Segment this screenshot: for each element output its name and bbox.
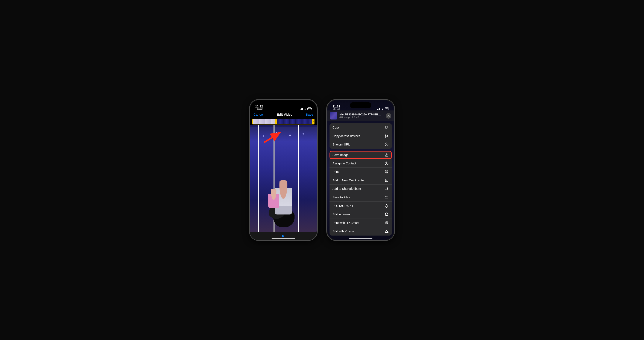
svg-rect-1	[386, 127, 388, 129]
annotation-arrow	[263, 131, 284, 144]
action-label: Edit in Lensa	[332, 213, 350, 216]
status-time: 11:32	[255, 105, 263, 108]
play-button-icon[interactable]: ▶	[282, 234, 285, 238]
action-label: Save to Files	[332, 196, 350, 199]
note-icon	[384, 178, 389, 183]
share-actions: CopyCopy across devicesShorten URL Save …	[327, 121, 394, 240]
copy-icon	[384, 125, 389, 130]
nav-title: Edit Video	[277, 113, 292, 116]
home-indicator[interactable]	[349, 238, 372, 239]
action-copy-across-devices[interactable]: Copy across devices	[330, 132, 392, 140]
file-meta: GIF Image · 1.3 MB	[340, 116, 384, 119]
action-label: Edit with Prisma	[332, 230, 354, 233]
battery-icon: 100	[308, 107, 312, 110]
wifi-icon	[381, 108, 384, 110]
action-group-2: Save ImageAssign to ContactPrintAdd to N…	[330, 151, 392, 236]
action-label: PLOTAGRAPH	[332, 204, 353, 208]
action-label: Add to Shared Album	[332, 187, 361, 191]
back-to-app[interactable]: Search	[332, 108, 340, 110]
wifi-icon	[304, 108, 306, 110]
nav-bar: Cancel Edit Video Save	[250, 110, 317, 118]
download-icon	[384, 153, 389, 157]
action-label: Add to New Quick Note	[332, 179, 364, 182]
action-label: Print with HP Smart	[332, 221, 359, 225]
trim-handle-right[interactable]: ›	[312, 119, 314, 124]
status-time: 11:32	[332, 105, 340, 108]
action-label: Copy	[332, 126, 340, 129]
contact-icon	[384, 161, 389, 165]
action-label: Save Image	[332, 153, 348, 157]
action-print[interactable]: Print	[330, 167, 392, 176]
action-shorten-url[interactable]: Shorten URL	[330, 140, 392, 149]
home-indicator[interactable]	[272, 238, 295, 239]
action-add-to-shared-album[interactable]: Add to Shared Album	[330, 185, 392, 193]
print-icon	[384, 169, 389, 174]
action-label: Shorten URL	[332, 143, 350, 146]
action-copy[interactable]: Copy	[330, 123, 392, 132]
phone-right: 11:32 Search 100 trim.5E319904-BC26-4F7F…	[326, 99, 395, 241]
cellular-signal-icon	[300, 108, 303, 110]
action-assign-to-contact[interactable]: Assign to Contact	[330, 159, 392, 167]
video-trim-timeline[interactable]: ‹ ›	[252, 119, 314, 124]
svg-line-0	[264, 133, 280, 142]
svg-point-5	[385, 143, 388, 146]
prisma-icon	[384, 229, 389, 233]
scissors-icon	[384, 134, 389, 138]
action-label: Print	[332, 170, 339, 174]
svg-rect-11	[385, 179, 388, 182]
action-add-to-new-quick-note[interactable]: Add to New Quick Note	[330, 176, 392, 185]
svg-rect-15	[386, 222, 388, 222]
action-label: Copy across devices	[332, 134, 360, 138]
dynamic-island	[273, 102, 294, 108]
plotagraph-icon	[384, 204, 389, 208]
cancel-button[interactable]: Cancel	[254, 113, 264, 116]
action-plotagraph[interactable]: PLOTAGRAPH	[330, 201, 392, 210]
folder-icon	[384, 195, 389, 200]
action-group-1: CopyCopy across devicesShorten URL	[330, 123, 392, 149]
battery-icon: 100	[385, 107, 389, 110]
svg-point-7	[386, 162, 387, 163]
compass-icon	[384, 142, 389, 146]
action-label: Assign to Contact	[332, 162, 356, 165]
back-to-app[interactable]: Search	[255, 108, 263, 110]
shared-album-icon	[384, 187, 389, 191]
file-name: trim.5E319904-BC26-4F7F-88B…	[340, 113, 384, 116]
action-save-image[interactable]: Save Image	[330, 151, 392, 159]
phone-left: 11:32 Search 100 Cancel Edit Video Save …	[249, 99, 318, 241]
close-button[interactable]	[386, 113, 391, 119]
share-sheet-header: trim.5E319904-BC26-4F7F-88B… GIF Image ·…	[327, 110, 394, 121]
action-print-with-hp-smart[interactable]: Print with HP Smart	[330, 219, 392, 227]
action-save-to-files[interactable]: Save to Files	[330, 193, 392, 202]
save-button[interactable]: Save	[306, 113, 313, 116]
lensa-icon	[384, 212, 389, 216]
action-edit-with-prisma[interactable]: Edit with Prisma	[330, 227, 392, 236]
trim-handle-left[interactable]: ‹	[275, 119, 277, 124]
hp-icon	[384, 221, 389, 225]
svg-rect-12	[385, 188, 388, 190]
close-icon	[388, 115, 390, 117]
svg-rect-2	[385, 126, 387, 128]
file-thumbnail	[330, 112, 337, 119]
action-edit-in-lensa[interactable]: Edit in Lensa	[330, 210, 392, 219]
dynamic-island	[350, 102, 371, 108]
playback-bar: ▶	[250, 232, 317, 240]
cellular-signal-icon	[377, 108, 380, 110]
